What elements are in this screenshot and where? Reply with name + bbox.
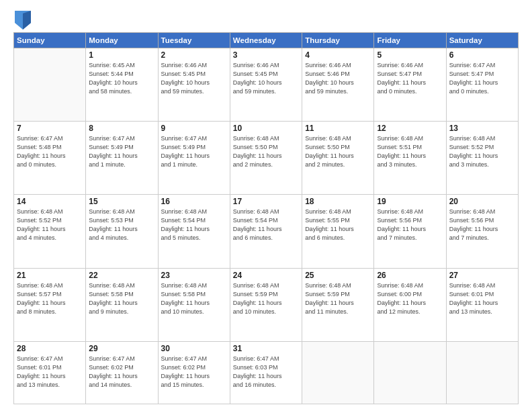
day-number: 18 <box>305 197 371 206</box>
calendar-week-row: 7Sunrise: 6:47 AM Sunset: 5:48 PM Daylig… <box>14 122 519 195</box>
day-number: 22 <box>89 271 154 280</box>
calendar-cell: 24Sunrise: 6:48 AM Sunset: 5:59 PM Dayli… <box>230 268 302 341</box>
calendar-table: SundayMondayTuesdayWednesdayThursdayFrid… <box>13 32 519 404</box>
calendar-cell <box>302 341 374 404</box>
day-number: 7 <box>17 124 83 133</box>
day-info: Sunrise: 6:46 AM Sunset: 5:47 PM Dayligh… <box>377 61 443 96</box>
day-number: 15 <box>89 197 154 206</box>
day-number: 26 <box>377 271 443 280</box>
day-info: Sunrise: 6:48 AM Sunset: 5:59 PM Dayligh… <box>233 281 299 316</box>
day-number: 29 <box>89 344 154 353</box>
calendar-cell: 31Sunrise: 6:47 AM Sunset: 6:03 PM Dayli… <box>230 341 302 404</box>
day-number: 23 <box>161 271 227 280</box>
calendar-cell: 16Sunrise: 6:48 AM Sunset: 5:54 PM Dayli… <box>158 195 230 268</box>
day-number: 6 <box>449 50 515 60</box>
day-number: 1 <box>89 50 154 60</box>
day-info: Sunrise: 6:47 AM Sunset: 6:02 PM Dayligh… <box>161 355 227 390</box>
calendar-cell: 18Sunrise: 6:48 AM Sunset: 5:55 PM Dayli… <box>302 195 374 268</box>
day-number: 30 <box>161 344 227 353</box>
calendar-header-wednesday: Wednesday <box>230 33 302 48</box>
calendar-cell: 11Sunrise: 6:48 AM Sunset: 5:50 PM Dayli… <box>302 122 374 195</box>
day-number: 24 <box>233 271 299 280</box>
calendar-cell: 19Sunrise: 6:48 AM Sunset: 5:56 PM Dayli… <box>374 195 446 268</box>
calendar-cell: 14Sunrise: 6:48 AM Sunset: 5:52 PM Dayli… <box>14 195 86 268</box>
calendar-cell: 3Sunrise: 6:46 AM Sunset: 5:45 PM Daylig… <box>230 48 302 122</box>
day-info: Sunrise: 6:48 AM Sunset: 5:58 PM Dayligh… <box>89 281 154 316</box>
calendar-cell: 20Sunrise: 6:48 AM Sunset: 5:56 PM Dayli… <box>446 195 518 268</box>
day-number: 19 <box>377 197 443 206</box>
day-number: 4 <box>305 50 371 60</box>
day-info: Sunrise: 6:48 AM Sunset: 6:00 PM Dayligh… <box>377 281 443 316</box>
day-number: 21 <box>17 271 83 280</box>
day-info: Sunrise: 6:47 AM Sunset: 6:03 PM Dayligh… <box>233 355 299 390</box>
page: SundayMondayTuesdayWednesdayThursdayFrid… <box>0 0 532 411</box>
calendar-cell: 5Sunrise: 6:46 AM Sunset: 5:47 PM Daylig… <box>374 48 446 122</box>
day-number: 28 <box>17 344 83 353</box>
day-number: 25 <box>305 271 371 280</box>
calendar-cell: 30Sunrise: 6:47 AM Sunset: 6:02 PM Dayli… <box>158 341 230 404</box>
calendar-header-tuesday: Tuesday <box>158 33 230 48</box>
calendar-week-row: 21Sunrise: 6:48 AM Sunset: 5:57 PM Dayli… <box>14 268 519 341</box>
day-info: Sunrise: 6:48 AM Sunset: 5:56 PM Dayligh… <box>377 208 443 242</box>
calendar-week-row: 1Sunrise: 6:45 AM Sunset: 5:44 PM Daylig… <box>14 48 519 122</box>
calendar-week-row: 28Sunrise: 6:47 AM Sunset: 6:01 PM Dayli… <box>14 341 519 404</box>
calendar-cell: 15Sunrise: 6:48 AM Sunset: 5:53 PM Dayli… <box>86 195 158 268</box>
day-number: 31 <box>233 344 299 353</box>
day-number: 3 <box>233 50 299 60</box>
day-info: Sunrise: 6:48 AM Sunset: 5:53 PM Dayligh… <box>89 208 154 242</box>
calendar-cell: 12Sunrise: 6:48 AM Sunset: 5:51 PM Dayli… <box>374 122 446 195</box>
day-info: Sunrise: 6:48 AM Sunset: 5:52 PM Dayligh… <box>17 208 83 242</box>
day-number: 16 <box>161 197 227 206</box>
day-info: Sunrise: 6:48 AM Sunset: 5:55 PM Dayligh… <box>305 208 371 242</box>
calendar-cell: 4Sunrise: 6:46 AM Sunset: 5:46 PM Daylig… <box>302 48 374 122</box>
calendar-cell: 8Sunrise: 6:47 AM Sunset: 5:49 PM Daylig… <box>86 122 158 195</box>
day-info: Sunrise: 6:47 AM Sunset: 6:01 PM Dayligh… <box>17 355 83 390</box>
day-info: Sunrise: 6:48 AM Sunset: 5:58 PM Dayligh… <box>161 281 227 316</box>
day-info: Sunrise: 6:48 AM Sunset: 6:01 PM Dayligh… <box>449 281 515 316</box>
calendar-cell: 13Sunrise: 6:48 AM Sunset: 5:52 PM Dayli… <box>446 122 518 195</box>
calendar-cell <box>14 48 86 122</box>
calendar-cell: 23Sunrise: 6:48 AM Sunset: 5:58 PM Dayli… <box>158 268 230 341</box>
day-info: Sunrise: 6:47 AM Sunset: 5:48 PM Dayligh… <box>17 134 83 169</box>
calendar-header-sunday: Sunday <box>14 33 86 48</box>
calendar-cell <box>374 341 446 404</box>
calendar-cell: 17Sunrise: 6:48 AM Sunset: 5:54 PM Dayli… <box>230 195 302 268</box>
calendar-week-row: 14Sunrise: 6:48 AM Sunset: 5:52 PM Dayli… <box>14 195 519 268</box>
calendar-header-monday: Monday <box>86 33 158 48</box>
day-info: Sunrise: 6:46 AM Sunset: 5:45 PM Dayligh… <box>161 61 227 96</box>
calendar-cell: 21Sunrise: 6:48 AM Sunset: 5:57 PM Dayli… <box>14 268 86 341</box>
svg-marker-1 <box>23 11 31 30</box>
calendar-cell: 2Sunrise: 6:46 AM Sunset: 5:45 PM Daylig… <box>158 48 230 122</box>
calendar-cell: 27Sunrise: 6:48 AM Sunset: 6:01 PM Dayli… <box>446 268 518 341</box>
day-number: 14 <box>17 197 83 206</box>
calendar-cell: 1Sunrise: 6:45 AM Sunset: 5:44 PM Daylig… <box>86 48 158 122</box>
calendar-cell: 28Sunrise: 6:47 AM Sunset: 6:01 PM Dayli… <box>14 341 86 404</box>
day-info: Sunrise: 6:48 AM Sunset: 5:52 PM Dayligh… <box>449 134 515 169</box>
day-number: 9 <box>161 124 227 133</box>
header <box>13 11 519 27</box>
day-info: Sunrise: 6:48 AM Sunset: 5:54 PM Dayligh… <box>233 208 299 242</box>
day-number: 13 <box>449 124 515 133</box>
logo <box>13 11 31 27</box>
day-info: Sunrise: 6:46 AM Sunset: 5:46 PM Dayligh… <box>305 61 371 96</box>
day-info: Sunrise: 6:48 AM Sunset: 5:57 PM Dayligh… <box>17 281 83 316</box>
day-number: 10 <box>233 124 299 133</box>
calendar-cell: 25Sunrise: 6:48 AM Sunset: 5:59 PM Dayli… <box>302 268 374 341</box>
calendar-header-friday: Friday <box>374 33 446 48</box>
day-number: 17 <box>233 197 299 206</box>
day-number: 8 <box>89 124 154 133</box>
day-number: 5 <box>377 50 443 60</box>
calendar-cell: 10Sunrise: 6:48 AM Sunset: 5:50 PM Dayli… <box>230 122 302 195</box>
day-number: 20 <box>449 197 515 206</box>
calendar-cell: 6Sunrise: 6:47 AM Sunset: 5:47 PM Daylig… <box>446 48 518 122</box>
calendar-header-saturday: Saturday <box>446 33 518 48</box>
calendar-cell: 29Sunrise: 6:47 AM Sunset: 6:02 PM Dayli… <box>86 341 158 404</box>
day-info: Sunrise: 6:48 AM Sunset: 5:50 PM Dayligh… <box>233 134 299 169</box>
calendar-header-row: SundayMondayTuesdayWednesdayThursdayFrid… <box>14 33 519 48</box>
day-info: Sunrise: 6:48 AM Sunset: 5:59 PM Dayligh… <box>305 281 371 316</box>
calendar-cell: 9Sunrise: 6:47 AM Sunset: 5:49 PM Daylig… <box>158 122 230 195</box>
calendar-cell: 22Sunrise: 6:48 AM Sunset: 5:58 PM Dayli… <box>86 268 158 341</box>
day-number: 12 <box>377 124 443 133</box>
day-info: Sunrise: 6:47 AM Sunset: 5:49 PM Dayligh… <box>161 134 227 169</box>
day-info: Sunrise: 6:45 AM Sunset: 5:44 PM Dayligh… <box>89 61 154 96</box>
